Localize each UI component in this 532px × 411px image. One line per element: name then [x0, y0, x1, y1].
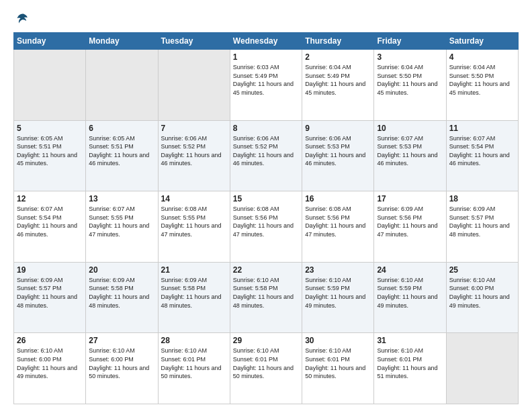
day-info: Sunrise: 6:09 AM Sunset: 5:57 PM Dayligh… [17, 276, 83, 310]
daylight-label: Daylight: 11 hours and 45 minutes. [17, 152, 77, 167]
day-info: Sunrise: 6:07 AM Sunset: 5:54 PM Dayligh… [449, 134, 515, 168]
daylight-label: Daylight: 11 hours and 47 minutes. [89, 222, 149, 238]
day-cell: 6 Sunrise: 6:05 AM Sunset: 5:51 PM Dayli… [86, 120, 158, 191]
sunset-label: Sunset: 5:51 PM [89, 143, 134, 150]
daylight-label: Daylight: 11 hours and 47 minutes. [233, 222, 294, 238]
sunset-label: Sunset: 5:58 PM [161, 285, 206, 291]
day-cell: 13 Sunrise: 6:07 AM Sunset: 5:55 PM Dayl… [86, 191, 158, 263]
sunset-label: Sunset: 5:52 PM [161, 143, 206, 150]
sunrise-label: Sunrise: 6:10 AM [17, 347, 63, 354]
day-number: 4 [449, 52, 515, 62]
day-info: Sunrise: 6:10 AM Sunset: 6:01 PM Dayligh… [161, 347, 227, 380]
weekday-tuesday: Tuesday [158, 33, 230, 50]
day-info: Sunrise: 6:05 AM Sunset: 5:51 PM Dayligh… [17, 134, 83, 168]
sunset-label: Sunset: 5:53 PM [377, 143, 422, 150]
sunrise-label: Sunrise: 6:07 AM [89, 205, 135, 212]
sunrise-label: Sunrise: 6:04 AM [377, 64, 423, 71]
daylight-label: Daylight: 11 hours and 50 minutes. [233, 365, 294, 380]
day-info: Sunrise: 6:10 AM Sunset: 6:00 PM Dayligh… [17, 347, 83, 380]
day-number: 31 [377, 336, 443, 345]
day-cell: 9 Sunrise: 6:06 AM Sunset: 5:53 PM Dayli… [302, 120, 374, 191]
daylight-label: Daylight: 11 hours and 46 minutes. [89, 152, 149, 167]
sunset-label: Sunset: 6:01 PM [377, 356, 422, 363]
day-number: 9 [305, 124, 371, 133]
day-number: 5 [17, 124, 83, 133]
sunset-label: Sunset: 5:51 PM [17, 143, 62, 150]
day-cell: 29 Sunrise: 6:10 AM Sunset: 6:01 PM Dayl… [230, 333, 302, 404]
daylight-label: Daylight: 11 hours and 46 minutes. [449, 152, 510, 167]
week-row-4: 19 Sunrise: 6:09 AM Sunset: 5:57 PM Dayl… [14, 262, 519, 333]
day-info: Sunrise: 6:10 AM Sunset: 6:01 PM Dayligh… [377, 347, 443, 380]
day-number: 30 [305, 336, 371, 345]
day-cell: 7 Sunrise: 6:06 AM Sunset: 5:52 PM Dayli… [158, 120, 230, 191]
sunset-label: Sunset: 5:58 PM [233, 285, 278, 291]
day-cell: 18 Sunrise: 6:09 AM Sunset: 5:57 PM Dayl… [446, 191, 518, 263]
sunrise-label: Sunrise: 6:04 AM [305, 64, 351, 71]
sunrise-label: Sunrise: 6:10 AM [377, 347, 423, 354]
daylight-label: Daylight: 11 hours and 49 minutes. [377, 293, 437, 309]
sunset-label: Sunset: 6:00 PM [17, 356, 62, 363]
day-cell: 2 Sunrise: 6:04 AM Sunset: 5:49 PM Dayli… [302, 50, 374, 121]
logo-bird-icon [16, 12, 30, 26]
sunset-label: Sunset: 5:52 PM [233, 143, 278, 150]
day-info: Sunrise: 6:06 AM Sunset: 5:52 PM Dayligh… [161, 134, 227, 168]
sunrise-label: Sunrise: 6:08 AM [161, 205, 208, 212]
day-cell: 28 Sunrise: 6:10 AM Sunset: 6:01 PM Dayl… [158, 333, 230, 404]
sunset-label: Sunset: 6:00 PM [89, 356, 134, 363]
day-info: Sunrise: 6:04 AM Sunset: 5:49 PM Dayligh… [305, 63, 371, 97]
day-number: 27 [89, 336, 154, 345]
sunrise-label: Sunrise: 6:09 AM [377, 205, 423, 212]
day-info: Sunrise: 6:10 AM Sunset: 6:00 PM Dayligh… [449, 276, 515, 310]
sunrise-label: Sunrise: 6:10 AM [377, 277, 423, 283]
sunrise-label: Sunrise: 6:10 AM [89, 347, 135, 354]
sunrise-label: Sunrise: 6:06 AM [161, 135, 208, 142]
sunset-label: Sunset: 6:01 PM [233, 356, 278, 363]
sunrise-label: Sunrise: 6:10 AM [233, 347, 279, 354]
day-cell [158, 50, 230, 121]
weekday-sunday: Sunday [14, 33, 86, 50]
sunrise-label: Sunrise: 6:06 AM [305, 135, 351, 142]
day-number: 25 [449, 265, 515, 275]
day-info: Sunrise: 6:07 AM Sunset: 5:55 PM Dayligh… [89, 205, 154, 238]
day-info: Sunrise: 6:04 AM Sunset: 5:50 PM Dayligh… [377, 63, 443, 97]
day-cell: 26 Sunrise: 6:10 AM Sunset: 6:00 PM Dayl… [14, 333, 86, 404]
daylight-label: Daylight: 11 hours and 46 minutes. [233, 152, 294, 167]
daylight-label: Daylight: 11 hours and 47 minutes. [377, 222, 437, 238]
day-number: 13 [89, 194, 154, 203]
day-info: Sunrise: 6:09 AM Sunset: 5:57 PM Dayligh… [449, 205, 515, 238]
sunrise-label: Sunrise: 6:09 AM [89, 277, 135, 283]
day-cell: 20 Sunrise: 6:09 AM Sunset: 5:58 PM Dayl… [86, 262, 158, 333]
daylight-label: Daylight: 11 hours and 45 minutes. [377, 81, 437, 96]
daylight-label: Daylight: 11 hours and 46 minutes. [161, 152, 222, 167]
day-cell: 24 Sunrise: 6:10 AM Sunset: 5:59 PM Dayl… [374, 262, 446, 333]
day-number: 23 [305, 265, 371, 275]
sunrise-label: Sunrise: 6:07 AM [377, 135, 423, 142]
sunrise-label: Sunrise: 6:08 AM [233, 205, 279, 212]
sunset-label: Sunset: 5:57 PM [449, 214, 494, 221]
sunset-label: Sunset: 5:59 PM [377, 285, 422, 291]
sunrise-label: Sunrise: 6:05 AM [89, 135, 135, 142]
daylight-label: Daylight: 11 hours and 50 minutes. [161, 365, 222, 380]
daylight-label: Daylight: 11 hours and 48 minutes. [89, 293, 149, 309]
daylight-label: Daylight: 11 hours and 45 minutes. [449, 81, 510, 96]
daylight-label: Daylight: 11 hours and 49 minutes. [449, 293, 510, 309]
sunset-label: Sunset: 5:56 PM [233, 214, 278, 221]
day-cell: 4 Sunrise: 6:04 AM Sunset: 5:50 PM Dayli… [446, 50, 518, 121]
sunrise-label: Sunrise: 6:09 AM [161, 277, 208, 283]
day-info: Sunrise: 6:10 AM Sunset: 6:01 PM Dayligh… [233, 347, 299, 380]
sunset-label: Sunset: 6:01 PM [161, 356, 206, 363]
sunset-label: Sunset: 5:53 PM [305, 143, 350, 150]
day-number: 1 [233, 52, 299, 62]
day-number: 12 [17, 194, 83, 203]
day-cell: 30 Sunrise: 6:10 AM Sunset: 6:01 PM Dayl… [302, 333, 374, 404]
day-number: 6 [89, 124, 154, 133]
day-cell: 16 Sunrise: 6:08 AM Sunset: 5:56 PM Dayl… [302, 191, 374, 263]
week-row-2: 5 Sunrise: 6:05 AM Sunset: 5:51 PM Dayli… [14, 120, 519, 191]
day-info: Sunrise: 6:08 AM Sunset: 5:56 PM Dayligh… [233, 205, 299, 238]
daylight-label: Daylight: 11 hours and 46 minutes. [377, 152, 437, 167]
day-cell: 22 Sunrise: 6:10 AM Sunset: 5:58 PM Dayl… [230, 262, 302, 333]
day-number: 8 [233, 124, 299, 133]
day-number: 24 [377, 265, 443, 275]
sunrise-label: Sunrise: 6:04 AM [449, 64, 496, 71]
sunset-label: Sunset: 6:00 PM [449, 285, 494, 291]
